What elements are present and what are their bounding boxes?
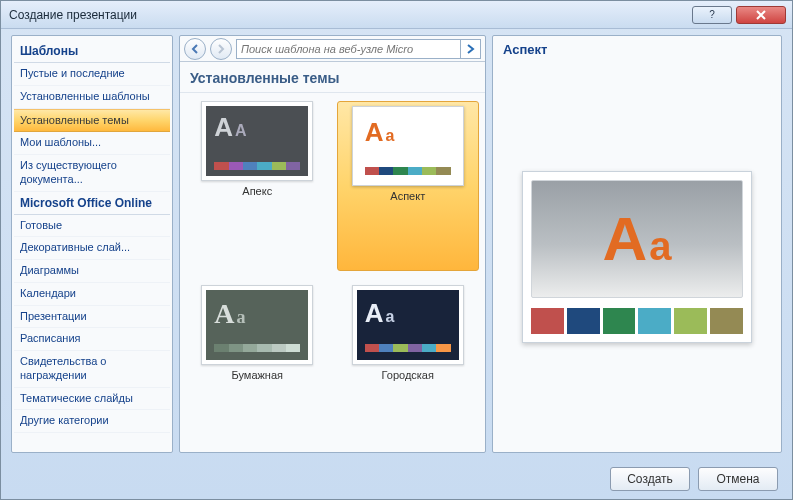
themes-toolbar xyxy=(180,36,485,62)
sidebar-item-more-categories[interactable]: Другие категории xyxy=(14,410,170,433)
preview-panel: Аспект Aa xyxy=(492,35,782,453)
sidebar-item-featured[interactable]: Готовые xyxy=(14,215,170,238)
create-button[interactable]: Создать xyxy=(610,467,690,491)
theme-thumbnail: Aa xyxy=(352,285,464,365)
search-box xyxy=(236,39,481,59)
titlebar-controls: ? xyxy=(692,6,786,24)
search-input[interactable] xyxy=(237,40,460,58)
preview-slide-upper: Aa xyxy=(531,180,743,298)
theme-label: Городская xyxy=(382,369,434,381)
theme-thumbnail: Aa xyxy=(201,285,313,365)
help-button[interactable]: ? xyxy=(692,6,732,24)
sidebar-item-calendars[interactable]: Календари xyxy=(14,283,170,306)
preview-title: Аспект xyxy=(501,42,773,67)
arrow-right-icon xyxy=(466,44,476,54)
sidebar: Шаблоны Пустые и последние Установленные… xyxy=(11,35,173,453)
themes-grid: AA Апекс Aa Аспект xyxy=(180,93,485,452)
window-title: Создание презентации xyxy=(7,8,692,22)
theme-city[interactable]: Aa Городская xyxy=(337,285,480,445)
dialog-footer: Создать Отмена xyxy=(610,467,778,491)
theme-label: Бумажная xyxy=(231,369,283,381)
sidebar-item-certificates[interactable]: Свидетельства о награждении xyxy=(14,351,170,388)
themes-panel: Установленные темы AA Апекс Aa xyxy=(179,35,486,453)
theme-paper[interactable]: Aa Бумажная xyxy=(186,285,329,445)
dialog-window: Создание презентации ? Шаблоны Пустые и … xyxy=(0,0,793,500)
sidebar-item-installed-templates[interactable]: Установленные шаблоны xyxy=(14,86,170,109)
theme-thumbnail: Aa xyxy=(352,106,464,186)
nav-forward-button[interactable] xyxy=(210,38,232,60)
aa-icon: Aa xyxy=(602,203,671,274)
nav-back-button[interactable] xyxy=(184,38,206,60)
arrow-left-icon xyxy=(190,44,200,54)
sidebar-item-from-existing[interactable]: Из существующего документа... xyxy=(14,155,170,192)
preview-palette xyxy=(531,308,743,334)
themes-title: Установленные темы xyxy=(180,62,485,93)
sidebar-item-diagrams[interactable]: Диаграммы xyxy=(14,260,170,283)
preview-stage: Aa xyxy=(501,67,773,446)
sidebar-item-blank[interactable]: Пустые и последние xyxy=(14,63,170,86)
sidebar-header-templates: Шаблоны xyxy=(14,40,170,63)
theme-thumbnail: AA xyxy=(201,101,313,181)
sidebar-item-installed-themes[interactable]: Установленные темы xyxy=(14,109,170,133)
cancel-button[interactable]: Отмена xyxy=(698,467,778,491)
arrow-right-icon xyxy=(216,44,226,54)
search-go-button[interactable] xyxy=(460,40,480,58)
sidebar-item-presentations[interactable]: Презентации xyxy=(14,306,170,329)
theme-apex[interactable]: AA Апекс xyxy=(186,101,329,271)
preview-frame: Aa xyxy=(522,171,752,343)
theme-label: Аспект xyxy=(390,190,425,202)
sidebar-header-online: Microsoft Office Online xyxy=(14,192,170,215)
sidebar-item-schedules[interactable]: Расписания xyxy=(14,328,170,351)
theme-label: Апекс xyxy=(242,185,272,197)
theme-aspect[interactable]: Aa Аспект xyxy=(337,101,480,271)
close-button[interactable] xyxy=(736,6,786,24)
titlebar: Создание презентации ? xyxy=(1,1,792,29)
content-area: Шаблоны Пустые и последние Установленные… xyxy=(11,35,782,453)
sidebar-item-my-templates[interactable]: Мои шаблоны... xyxy=(14,132,170,155)
sidebar-item-content-slides[interactable]: Тематические слайды xyxy=(14,388,170,411)
close-icon xyxy=(756,10,766,20)
sidebar-item-design-slides[interactable]: Декоративные слай... xyxy=(14,237,170,260)
